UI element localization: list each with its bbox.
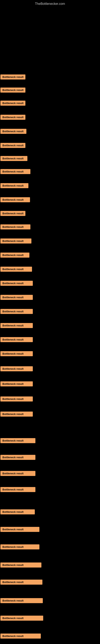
bottleneck-item-6: Bottleneck result [0,156,27,161]
bottleneck-item-9: Bottleneck result [0,197,30,202]
bottleneck-item-16: Bottleneck result [0,295,33,300]
bottleneck-item-7: Bottleneck result [0,169,30,174]
bottleneck-item-27: Bottleneck result [0,471,35,476]
site-title: TheBottlenecker.com [0,0,100,7]
bottleneck-item-19: Bottleneck result [0,337,33,342]
bottleneck-item-17: Bottleneck result [0,309,33,314]
bottleneck-item-12: Bottleneck result [0,238,31,244]
bottleneck-item-34: Bottleneck result [0,598,43,603]
bottleneck-item-3: Bottleneck result [0,115,25,120]
bottleneck-item-8: Bottleneck result [0,183,28,188]
bottleneck-item-14: Bottleneck result [0,267,32,272]
bottleneck-item-20: Bottleneck result [0,351,33,356]
bottleneck-item-2: Bottleneck result [0,100,25,106]
bottleneck-item-5: Bottleneck result [0,143,25,148]
bottleneck-item-1: Bottleneck result [0,88,25,92]
bottleneck-item-13: Bottleneck result [0,252,29,258]
bottleneck-item-28: Bottleneck result [0,487,35,492]
bottleneck-item-18: Bottleneck result [0,323,33,328]
bottleneck-item-25: Bottleneck result [0,438,35,443]
bottleneck-item-11: Bottleneck result [0,224,30,230]
bottleneck-item-30: Bottleneck result [0,527,39,532]
bottleneck-item-24: Bottleneck result [0,412,33,416]
bottleneck-item-35: Bottleneck result [0,616,43,621]
bottleneck-item-23: Bottleneck result [0,396,33,402]
bottleneck-item-21: Bottleneck result [0,366,33,371]
bottleneck-item-32: Bottleneck result [0,562,41,568]
page-container: TheBottlenecker.com Bottleneck resultBot… [0,0,100,644]
bottleneck-item-15: Bottleneck result [0,281,33,286]
bottleneck-item-0: Bottleneck result [0,74,25,80]
bottleneck-item-31: Bottleneck result [0,544,39,550]
bottleneck-item-22: Bottleneck result [0,381,33,386]
bottleneck-item-33: Bottleneck result [0,580,42,585]
bottleneck-item-36: Bottleneck result [0,634,41,638]
bottleneck-item-29: Bottleneck result [0,509,35,514]
bottleneck-item-4: Bottleneck result [0,129,26,134]
bottleneck-item-10: Bottleneck result [0,211,25,216]
bottleneck-item-26: Bottleneck result [0,455,35,460]
